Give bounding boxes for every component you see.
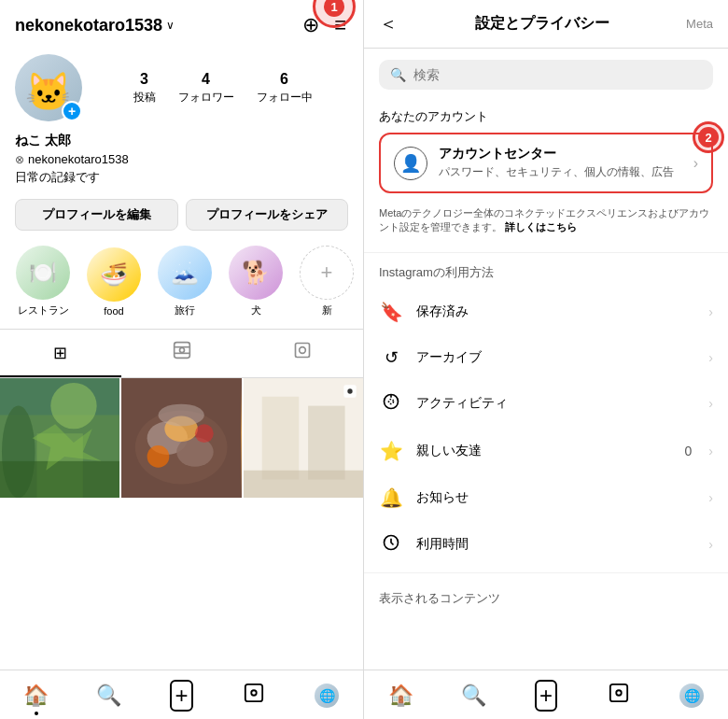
right-nav-reels-button[interactable] xyxy=(582,680,655,712)
menu-activity-label: アクティビティ xyxy=(416,395,695,412)
your-account-label: あなたのアカウント xyxy=(364,105,728,133)
grid-item-2[interactable] xyxy=(121,378,241,498)
account-center-card[interactable]: 2 👤 アカウントセンター パスワード、セキュリティ、個人の情報、広告 › xyxy=(379,133,713,193)
following-count: 6 xyxy=(280,71,288,88)
saved-chevron-icon: › xyxy=(708,304,713,319)
highlight-food[interactable]: 🍜 food xyxy=(86,247,142,317)
menu-item-archive[interactable]: ↺ アーカイブ › xyxy=(364,335,728,380)
profile-handle: nekonekotaro1538 xyxy=(28,152,129,166)
svg-point-5 xyxy=(300,347,306,354)
right-nav-search-button[interactable]: 🔍 xyxy=(437,680,510,712)
screen-time-chevron-icon: › xyxy=(708,537,713,552)
svg-point-17 xyxy=(147,445,170,468)
menu-item-activity[interactable]: アクティビティ › xyxy=(364,380,728,428)
left-panel: nekonekotaro1538 ∨ ⊕ 1 ≡ 🐱 + xyxy=(0,0,364,719)
right-nav-home-button[interactable]: 🏠 xyxy=(364,680,437,712)
svg-rect-32 xyxy=(610,684,627,701)
highlight-add[interactable]: + 新 xyxy=(299,246,355,317)
followers-stat[interactable]: 4 フォロワー xyxy=(178,71,234,106)
right-nav-profile-button[interactable]: 🌐 xyxy=(655,680,728,712)
nav-create-button[interactable]: + xyxy=(146,680,218,712)
annotation-1-wrapper: 1 ≡ xyxy=(332,11,348,39)
svg-point-25 xyxy=(347,388,352,393)
highlight-food-label: food xyxy=(104,305,123,317)
add-story-button[interactable]: + xyxy=(62,101,82,121)
grid-icon: ⊞ xyxy=(53,343,67,363)
right-nav-create-button[interactable]: + xyxy=(510,680,582,712)
food-photo xyxy=(121,378,241,498)
notifications-chevron-icon: › xyxy=(708,490,713,505)
highlight-food-circle: 🍜 xyxy=(87,247,141,302)
nav-reels-button[interactable] xyxy=(217,680,290,712)
posts-grid xyxy=(0,378,363,670)
right-bottom-nav: 🏠 🔍 + 🌐 xyxy=(364,670,728,719)
posts-stat[interactable]: 3 投稿 xyxy=(133,71,156,106)
highlight-travel-circle: 🗻 xyxy=(158,246,212,300)
menu-notifications-label: お知らせ xyxy=(416,489,695,506)
reels-icon xyxy=(173,341,191,364)
profile-name: ねこ 太郎 xyxy=(15,133,348,149)
profile-handle-row: ⊗ nekonekotaro1538 xyxy=(15,152,348,166)
nav-home-button[interactable]: 🏠 xyxy=(0,680,73,712)
back-button[interactable]: ＜ xyxy=(379,11,398,36)
archive-icon: ↺ xyxy=(379,347,403,368)
following-stat[interactable]: 6 フォロー中 xyxy=(257,71,313,106)
highlight-travel-label: 旅行 xyxy=(175,303,195,317)
tab-tagged[interactable] xyxy=(242,330,363,377)
highlight-add-label: 新 xyxy=(322,303,332,317)
username-area: nekonekotaro1538 ∨ xyxy=(15,16,175,35)
menu-saved-label: 保存済み xyxy=(416,303,695,320)
activity-chevron-icon: › xyxy=(708,396,713,411)
nav-dot xyxy=(35,712,38,715)
search-icon: 🔍 xyxy=(390,67,406,82)
nav-profile-button[interactable]: 🌐 xyxy=(290,680,363,712)
tab-grid[interactable]: ⊞ xyxy=(0,330,121,377)
highlight-travel[interactable]: 🗻 旅行 xyxy=(157,246,213,317)
menu-item-close-friends[interactable]: ⭐ 親しい友達 0 › xyxy=(364,428,728,474)
right-reels-icon xyxy=(609,683,629,709)
menu-button[interactable]: ≡ xyxy=(332,11,348,39)
menu-item-notifications[interactable]: 🔔 お知らせ › xyxy=(364,474,728,521)
highlight-dog-circle: 🐕 xyxy=(229,246,283,300)
tabs-row: ⊞ xyxy=(0,329,363,378)
svg-rect-22 xyxy=(308,406,344,480)
svg-rect-23 xyxy=(244,471,363,499)
search-bar[interactable]: 🔍 xyxy=(379,60,713,90)
highlight-dog[interactable]: 🐕 犬 xyxy=(228,246,284,317)
back-icon: ＜ xyxy=(379,13,398,34)
grid-item-1[interactable] xyxy=(0,378,119,498)
grid-item-3[interactable] xyxy=(244,378,363,498)
highlight-restaurant-label: レストラン xyxy=(18,303,69,317)
add-post-button[interactable]: ⊕ xyxy=(301,11,321,39)
add-square-icon: ⊕ xyxy=(302,13,319,36)
posts-count: 3 xyxy=(140,71,148,88)
tab-reels[interactable] xyxy=(121,330,243,377)
account-center-icon: 👤 xyxy=(394,147,427,180)
menu-close-friends-label: 親しい友達 xyxy=(416,443,672,459)
svg-point-1 xyxy=(179,348,184,353)
hamburger-icon: ≡ xyxy=(334,13,346,36)
highlight-restaurant[interactable]: 🍽️ レストラン xyxy=(15,246,71,317)
menu-item-screen-time[interactable]: 利用時間 › xyxy=(364,521,728,569)
avatar-area: 🐱 + xyxy=(15,54,82,121)
edit-profile-button[interactable]: プロフィールを編集 xyxy=(15,199,178,231)
nav-search-button[interactable]: 🔍 xyxy=(73,680,146,712)
svg-rect-4 xyxy=(296,344,310,358)
divider-2 xyxy=(364,572,728,573)
divider-1 xyxy=(364,252,728,253)
meta-info: Metaのテクノロジー全体のコネクテッドエクスペリエンスおよびアカウント設定を管… xyxy=(364,201,728,248)
search-icon: 🔍 xyxy=(96,684,121,708)
annotation-2-wrapper: 2 xyxy=(693,121,724,153)
meta-info-link[interactable]: 詳しくはこちら xyxy=(505,221,577,233)
reels-nav-icon xyxy=(244,683,264,709)
profile-info: ねこ 太郎 ⊗ nekonekotaro1538 日常の記録です xyxy=(0,129,363,191)
search-input[interactable] xyxy=(413,67,702,82)
annotation-number-2: 2 xyxy=(698,127,719,148)
highlights-row: 🍽️ レストラン 🍜 food 🗻 旅行 🐕 犬 + 新 xyxy=(0,238,363,325)
right-panel: ＜ 設定とプライバシー Meta 🔍 あなたのアカウント 2 👤 アカウントセン… xyxy=(364,0,728,719)
profile-header: nekonekotaro1538 ∨ ⊕ 1 ≡ xyxy=(0,0,363,47)
bottom-nav: 🏠 🔍 + 🌐 xyxy=(0,670,363,719)
share-profile-button[interactable]: プロフィールをシェア xyxy=(186,199,349,231)
notifications-icon: 🔔 xyxy=(379,486,403,509)
menu-item-saved[interactable]: 🔖 保存済み › xyxy=(364,289,728,335)
